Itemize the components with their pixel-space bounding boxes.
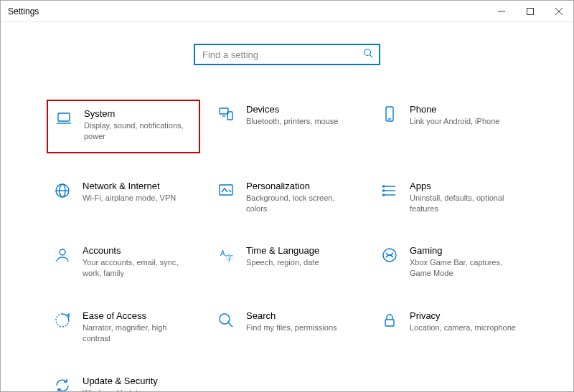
tile-desc: Xbox Game Bar, captures, Game Mode — [410, 257, 517, 279]
tile-devices[interactable]: Devices Bluetooth, printers, mouse — [212, 101, 362, 152]
tile-title: System — [84, 108, 192, 119]
tile-privacy[interactable]: Privacy Location, camera, microphone — [375, 307, 526, 347]
tile-title: Personalization — [246, 181, 354, 191]
tile-title: Search — [246, 310, 337, 321]
svg-point-27 — [220, 314, 230, 324]
tile-desc: Windows Update, recovery, backup — [83, 388, 190, 392]
svg-point-23 — [60, 249, 65, 255]
tile-network[interactable]: Network & Internet Wi-Fi, airplane mode,… — [48, 178, 199, 217]
tile-title: Update & Security — [83, 376, 190, 386]
tile-desc: Bluetooth, printers, mouse — [246, 116, 338, 127]
tile-time-language[interactable]: A字 Time & Language Speech, region, date — [212, 242, 362, 282]
tile-personalization[interactable]: Personalization Background, lock screen,… — [212, 178, 362, 217]
tile-phone[interactable]: Phone Link your Android, iPhone — [375, 101, 526, 152]
tile-desc: Background, lock screen, colors — [246, 193, 354, 214]
svg-rect-8 — [220, 108, 228, 114]
tile-title: Network & Internet — [83, 181, 176, 191]
minimize-button[interactable] — [487, 1, 516, 22]
tile-desc: Your accounts, email, sync, work, family — [83, 257, 190, 279]
tile-desc: Wi-Fi, airplane mode, VPN — [83, 193, 176, 204]
window-title: Settings — [1, 6, 487, 16]
tile-desc: Display, sound, notifications, power — [84, 120, 192, 142]
tile-desc: Location, camera, microphone — [410, 322, 516, 333]
content-area: System Display, sound, notifications, po… — [1, 22, 573, 392]
tile-title: Devices — [246, 104, 338, 115]
svg-rect-21 — [382, 189, 385, 191]
svg-rect-22 — [382, 193, 385, 196]
paint-icon — [216, 181, 236, 201]
tile-title: Ease of Access — [83, 310, 190, 321]
svg-line-5 — [370, 55, 373, 58]
tile-title: Apps — [410, 181, 517, 191]
laptop-icon — [54, 108, 74, 128]
search-input[interactable] — [201, 49, 363, 61]
search-box[interactable] — [194, 44, 380, 65]
tile-search-category[interactable]: Search Find my files, permissions — [212, 307, 362, 347]
tile-title: Privacy — [410, 310, 516, 321]
tile-update-security[interactable]: Update & Security Windows Update, recove… — [48, 373, 199, 392]
search-icon — [363, 48, 373, 61]
tile-desc: Find my files, permissions — [246, 322, 337, 333]
tile-apps[interactable]: Apps Uninstall, defaults, optional featu… — [375, 178, 526, 217]
close-button[interactable] — [545, 1, 573, 22]
tile-desc: Link your Android, iPhone — [410, 116, 499, 127]
tile-system[interactable]: System Display, sound, notifications, po… — [47, 100, 200, 153]
tile-desc: Uninstall, defaults, optional features — [410, 193, 517, 214]
tile-title: Gaming — [410, 245, 517, 256]
settings-grid: System Display, sound, notifications, po… — [1, 101, 573, 392]
svg-text:字: 字 — [225, 254, 233, 262]
devices-icon — [216, 104, 236, 124]
globe-icon — [52, 181, 72, 201]
lock-icon — [380, 310, 400, 330]
language-icon: A字 — [216, 245, 236, 265]
apps-icon — [380, 181, 400, 201]
phone-icon — [380, 104, 400, 124]
svg-text:A: A — [220, 249, 225, 257]
titlebar: Settings — [1, 1, 573, 22]
tile-title: Phone — [410, 104, 499, 115]
tile-gaming[interactable]: Gaming Xbox Game Bar, captures, Game Mod… — [375, 242, 526, 282]
ease-icon — [52, 310, 72, 330]
svg-rect-1 — [527, 8, 534, 14]
svg-rect-20 — [382, 185, 385, 187]
svg-point-4 — [364, 49, 371, 56]
tile-accounts[interactable]: Accounts Your accounts, email, sync, wor… — [48, 242, 199, 282]
tile-title: Accounts — [83, 245, 190, 256]
maximize-button[interactable] — [516, 1, 545, 22]
person-icon — [52, 245, 72, 265]
tile-title: Time & Language — [246, 245, 319, 256]
svg-line-28 — [228, 322, 232, 327]
gaming-icon — [380, 245, 400, 265]
svg-rect-6 — [58, 113, 70, 121]
tile-desc: Narrator, magnifier, high contrast — [83, 322, 190, 344]
svg-rect-29 — [385, 320, 394, 326]
update-icon — [52, 376, 72, 392]
magnifier-icon — [216, 310, 236, 330]
tile-ease-of-access[interactable]: Ease of Access Narrator, magnifier, high… — [48, 307, 199, 347]
tile-desc: Speech, region, date — [246, 257, 319, 268]
